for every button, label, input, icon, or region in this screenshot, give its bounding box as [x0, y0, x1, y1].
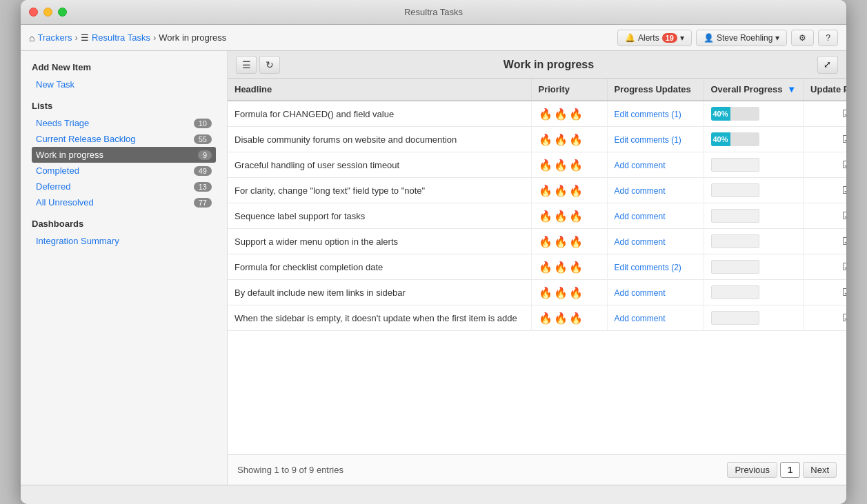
cell-update-progress[interactable]: ☑ — [804, 101, 846, 127]
sidebar-item-count: 13 — [194, 182, 212, 192]
fire-inactive-icon: 🔥 — [569, 108, 583, 121]
page-1-button[interactable]: 1 — [780, 462, 800, 478]
sidebar-item-count: 55 — [194, 134, 212, 144]
fire-active-icon: 🔥 — [539, 108, 552, 121]
cell-progress-updates[interactable]: Add comment — [607, 178, 704, 203]
sidebar-item-all-unresolved[interactable]: All Unresolved77 — [32, 194, 216, 210]
update-progress-icon[interactable]: ☑ — [810, 108, 846, 120]
cell-headline: Formula for CHANGED() and field value — [228, 101, 531, 127]
cell-update-progress[interactable]: ☑ — [804, 280, 846, 305]
cell-progress-updates[interactable]: Edit comments (2) — [607, 254, 704, 280]
lists-section-title: Lists — [32, 101, 216, 111]
cell-update-progress[interactable]: ☑ — [804, 305, 846, 331]
cell-progress-updates[interactable]: Add comment — [607, 280, 704, 305]
dashboards-section-title: Dashboards — [32, 219, 216, 229]
update-progress-icon[interactable]: ☑ — [810, 210, 846, 222]
cell-update-progress[interactable]: ☑ — [804, 203, 846, 229]
sidebar-dashboard-items: Integration Summary — [32, 233, 216, 249]
cell-update-progress[interactable]: ☑ — [804, 152, 846, 178]
cell-update-progress[interactable]: ☑ — [804, 127, 846, 152]
cell-overall-progress — [704, 305, 804, 331]
update-progress-icon[interactable]: ☑ — [810, 261, 846, 273]
breadcrumb-trackers[interactable]: Trackers — [37, 32, 72, 43]
content-area: ☰ ↻ Work in progress ⤢ Headline Priority… — [228, 51, 846, 485]
progress-empty — [711, 158, 759, 172]
sidebar-item-needs-triage[interactable]: Needs Triage10 — [32, 115, 216, 131]
cell-overall-progress — [704, 254, 804, 280]
update-progress-icon[interactable]: ☑ — [810, 184, 846, 196]
fire-active-icon: 🔥 — [539, 159, 552, 172]
comment-link[interactable]: Add comment — [615, 186, 666, 196]
comment-link[interactable]: Edit comments (1) — [615, 110, 681, 119]
settings-button[interactable]: ⚙ — [791, 30, 814, 46]
comment-link[interactable]: Add comment — [615, 314, 666, 323]
table-row: For clarity, change "long text" field ty… — [228, 178, 846, 203]
cell-update-progress[interactable]: ☑ — [804, 254, 846, 280]
user-button[interactable]: 👤 Steve Roehling ▾ — [696, 30, 787, 46]
fire-active-icon: 🔥 — [539, 235, 552, 248]
sidebar: Add New Item New Task Lists Needs Triage… — [21, 51, 228, 485]
col-progress-updates: Progress Updates — [607, 79, 704, 101]
cell-headline: By default include new item links in sid… — [228, 280, 531, 305]
alerts-button[interactable]: 🔔 Alerts 19 ▾ — [617, 30, 692, 46]
sidebar-item-work-in-progress[interactable]: Work in progress9 — [32, 147, 216, 163]
refresh-button[interactable]: ↻ — [259, 56, 280, 74]
update-progress-icon[interactable]: ☑ — [810, 159, 846, 171]
help-button[interactable]: ? — [818, 30, 838, 46]
update-progress-icon[interactable]: ☑ — [810, 235, 846, 248]
cell-progress-updates[interactable]: Edit comments (1) — [607, 127, 704, 152]
fire-active-icon: 🔥 — [554, 133, 568, 146]
update-progress-icon[interactable]: ☑ — [810, 133, 846, 145]
close-button[interactable] — [29, 8, 38, 17]
cell-progress-updates[interactable]: Add comment — [607, 203, 704, 229]
fire-inactive-icon: 🔥 — [569, 184, 583, 197]
col-overall-progress: Overall Progress ▼ — [704, 79, 804, 101]
cell-progress-updates[interactable]: Add comment — [607, 229, 704, 254]
minimize-button[interactable] — [43, 8, 52, 17]
menu-button[interactable]: ☰ — [236, 56, 257, 74]
alerts-dropdown-icon: ▾ — [680, 33, 684, 43]
comment-link[interactable]: Add comment — [615, 288, 666, 298]
table-row: Sequence label support for tasks🔥🔥🔥Add c… — [228, 203, 846, 229]
content-toolbar: ☰ ↻ Work in progress ⤢ — [228, 51, 846, 79]
cell-headline: When the sidebar is empty, it doesn't up… — [228, 305, 531, 331]
comment-link[interactable]: Edit comments (2) — [615, 263, 681, 272]
cell-priority: 🔥🔥🔥 — [531, 229, 607, 254]
cell-progress-updates[interactable]: Edit comments (1) — [607, 101, 704, 127]
comment-link[interactable]: Add comment — [615, 237, 666, 247]
breadcrumb-app[interactable]: Resultra Tasks — [92, 32, 150, 43]
main-layout: Add New Item New Task Lists Needs Triage… — [21, 51, 846, 485]
update-progress-icon[interactable]: ☑ — [810, 312, 846, 324]
sidebar-item-completed[interactable]: Completed49 — [32, 163, 216, 179]
sort-icon: ▼ — [787, 84, 796, 94]
cell-priority: 🔥🔥🔥 — [531, 280, 607, 305]
comment-link[interactable]: Add comment — [615, 212, 666, 221]
table-row: Graceful handling of user session timeou… — [228, 152, 846, 178]
cell-update-progress[interactable]: ☑ — [804, 229, 846, 254]
cell-priority: 🔥🔥🔥 — [531, 101, 607, 127]
previous-page-button[interactable]: Previous — [727, 462, 777, 478]
cell-overall-progress — [704, 178, 804, 203]
sidebar-item-deferred[interactable]: Deferred13 — [32, 179, 216, 194]
breadcrumb: ⌂ Trackers › ☰ Resultra Tasks › Work in … — [29, 32, 612, 43]
expand-button[interactable]: ⤢ — [817, 56, 838, 74]
col-update-progress: Update Progress — [804, 79, 846, 101]
sidebar-item-current-release-backlog[interactable]: Current Release Backlog55 — [32, 131, 216, 147]
fire-inactive-icon: 🔥 — [569, 286, 583, 299]
tasks-table: Headline Priority Progress Updates Overa… — [228, 79, 846, 331]
cell-overall-progress — [704, 203, 804, 229]
fullscreen-button[interactable] — [58, 8, 67, 17]
sidebar-item-count: 10 — [194, 119, 212, 128]
cell-progress-updates[interactable]: Add comment — [607, 152, 704, 178]
next-page-button[interactable]: Next — [803, 462, 837, 478]
cell-progress-updates[interactable]: Add comment — [607, 305, 704, 331]
cell-overall-progress: 40% — [704, 101, 804, 127]
update-progress-icon[interactable]: ☑ — [810, 286, 846, 299]
new-task-link[interactable]: New Task — [32, 77, 216, 92]
cell-update-progress[interactable]: ☑ — [804, 178, 846, 203]
fire-active-icon: 🔥 — [554, 210, 568, 223]
comment-link[interactable]: Edit comments (1) — [615, 135, 681, 145]
cell-headline: Support a wider menu option in the alert… — [228, 229, 531, 254]
comment-link[interactable]: Add comment — [615, 161, 666, 170]
sidebar-dashboard-integration-summary[interactable]: Integration Summary — [32, 233, 216, 249]
